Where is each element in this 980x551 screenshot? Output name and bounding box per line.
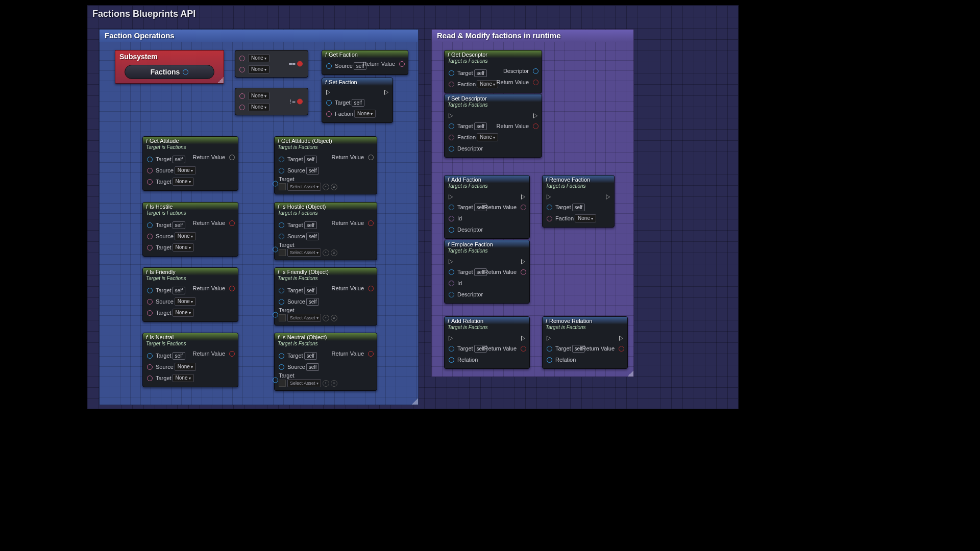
dropdown-target[interactable]: None — [173, 374, 194, 382]
pin-faction-icon[interactable] — [547, 216, 552, 221]
pin-target-icon[interactable] — [279, 222, 284, 228]
output-pin-icon[interactable] — [521, 269, 526, 275]
pin-descriptor-icon[interactable] — [449, 292, 454, 297]
pin-target2-icon[interactable] — [147, 245, 153, 251]
output-pin-icon[interactable] — [533, 123, 538, 129]
exec-in-icon[interactable] — [326, 90, 330, 95]
resize-handle-icon[interactable] — [627, 370, 633, 377]
asset-thumb-icon[interactable] — [279, 314, 286, 321]
pin-target-icon[interactable] — [449, 346, 454, 352]
output-pin-icon[interactable] — [229, 286, 235, 291]
dropdown-faction[interactable]: None — [477, 80, 498, 88]
dropdown-faction[interactable]: None — [477, 133, 498, 141]
pin-source-icon[interactable] — [147, 299, 153, 305]
node-get-attitude[interactable]: fGet Attitude Target is Factions Targets… — [142, 136, 238, 191]
output-pin-icon[interactable] — [619, 346, 624, 352]
value-self[interactable]: self — [572, 204, 585, 211]
node-emplace-faction[interactable]: fEmplace Faction Target is Factions Targ… — [444, 240, 530, 304]
pin-target-icon[interactable] — [279, 353, 284, 359]
node-equals[interactable]: None None == — [235, 50, 308, 78]
asset-thumb-icon[interactable] — [279, 380, 286, 387]
pin-target-icon[interactable] — [147, 157, 153, 162]
output-pin-icon[interactable] — [229, 351, 235, 357]
input-pin-icon[interactable] — [239, 56, 245, 61]
dropdown-faction[interactable]: None — [575, 214, 596, 222]
node-is-friendly[interactable]: fIs Friendly Target is Factions Targetse… — [142, 267, 238, 322]
value-self[interactable]: self — [352, 99, 365, 107]
value-self[interactable]: self — [474, 69, 487, 77]
output-pin-icon[interactable] — [229, 155, 235, 160]
value-self[interactable]: self — [304, 352, 317, 360]
pin-target-icon[interactable] — [547, 346, 552, 352]
pin-id-icon[interactable] — [449, 216, 454, 221]
pin-faction-icon[interactable] — [449, 82, 454, 87]
dropdown-b[interactable]: None — [248, 65, 270, 73]
value-self[interactable]: self — [304, 221, 317, 229]
node-is-neutral[interactable]: fIs Neutral Target is Factions Targetsel… — [142, 333, 238, 387]
value-self[interactable]: self — [173, 156, 186, 163]
node-set-faction[interactable]: fSet Faction Targetself FactionNone — [322, 78, 393, 123]
pin-asset-icon[interactable] — [273, 246, 278, 252]
node-add-faction[interactable]: fAdd Faction Target is Factions Targetse… — [444, 175, 530, 239]
exec-out-icon[interactable] — [384, 90, 388, 95]
dropdown-faction[interactable]: None — [354, 110, 376, 118]
node-is-hostile[interactable]: fIs Hostile Target is Factions Targetsel… — [142, 202, 238, 257]
value-self[interactable]: self — [474, 122, 487, 130]
asset-use-button-icon[interactable]: ◦ — [323, 249, 329, 256]
pin-target-icon[interactable] — [449, 205, 454, 210]
pin-target-icon[interactable] — [547, 205, 552, 210]
pin-target-icon[interactable] — [279, 157, 284, 162]
value-self[interactable]: self — [173, 352, 186, 360]
pin-relation-icon[interactable] — [547, 357, 552, 363]
subsystem-factions-getter[interactable]: Factions — [125, 65, 214, 79]
pin-asset-icon[interactable] — [273, 377, 278, 383]
asset-thumb-icon[interactable] — [279, 249, 286, 256]
asset-use-button-icon[interactable]: ◦ — [323, 184, 329, 190]
dropdown-b[interactable]: None — [248, 103, 270, 111]
pin-target2-icon[interactable] — [147, 310, 153, 316]
pin-source-icon[interactable] — [279, 299, 284, 305]
value-self[interactable]: self — [306, 363, 320, 371]
node-get-attitude-object[interactable]: fGet Attitude (Object) Target is Faction… — [274, 136, 377, 194]
pin-source-icon[interactable] — [279, 364, 284, 370]
output-pin-icon[interactable] — [297, 61, 303, 67]
dropdown-target[interactable]: None — [173, 178, 194, 186]
pin-id-icon[interactable] — [449, 281, 454, 286]
pin-target-icon[interactable] — [147, 288, 153, 293]
input-pin-icon[interactable] — [239, 93, 245, 99]
pin-target-icon[interactable] — [147, 353, 153, 359]
pin-relation-icon[interactable] — [449, 357, 454, 363]
output-pin-icon[interactable] — [229, 220, 235, 226]
dropdown-a[interactable]: None — [248, 92, 270, 100]
pin-target2-icon[interactable] — [147, 375, 153, 381]
exec-in-icon[interactable] — [449, 259, 453, 264]
pin-faction-icon[interactable] — [449, 135, 454, 140]
pin-asset-icon[interactable] — [273, 312, 278, 317]
asset-thumb-icon[interactable] — [279, 183, 286, 190]
pin-source-icon[interactable] — [279, 234, 284, 239]
value-self[interactable]: self — [304, 287, 317, 294]
asset-selector[interactable]: Select Asset — [287, 314, 321, 322]
asset-use-button-icon[interactable]: ◦ — [323, 315, 329, 321]
exec-in-icon[interactable] — [449, 113, 453, 118]
resize-handle-icon[interactable] — [412, 398, 418, 405]
output-pin-descriptor-icon[interactable] — [533, 68, 538, 74]
asset-selector[interactable]: Select Asset — [287, 248, 321, 257]
pin-target-icon[interactable] — [449, 70, 454, 76]
node-remove-relation[interactable]: fRemove Relation Target is Factions Targ… — [542, 316, 628, 369]
value-self[interactable]: self — [304, 156, 317, 163]
output-pin-icon[interactable] — [368, 155, 374, 160]
node-not-equals[interactable]: None None != — [235, 88, 308, 115]
pin-asset-icon[interactable] — [273, 181, 278, 186]
asset-selector[interactable]: Select Asset — [287, 183, 321, 191]
dropdown-target[interactable]: None — [173, 243, 194, 252]
resize-handle-icon[interactable] — [217, 77, 224, 83]
pin-target-icon[interactable] — [279, 288, 284, 293]
subsystem-node[interactable]: Subsystem Factions — [115, 50, 224, 84]
node-add-relation[interactable]: fAdd Relation Target is Factions Targets… — [444, 316, 530, 369]
output-pin-icon[interactable] — [521, 205, 526, 210]
output-pin-icon[interactable] — [368, 351, 374, 357]
node-is-friendly-object[interactable]: fIs Friendly (Object) Target is Factions… — [274, 267, 377, 325]
input-pin-icon[interactable] — [239, 105, 245, 110]
output-pin-icon[interactable] — [368, 220, 374, 226]
